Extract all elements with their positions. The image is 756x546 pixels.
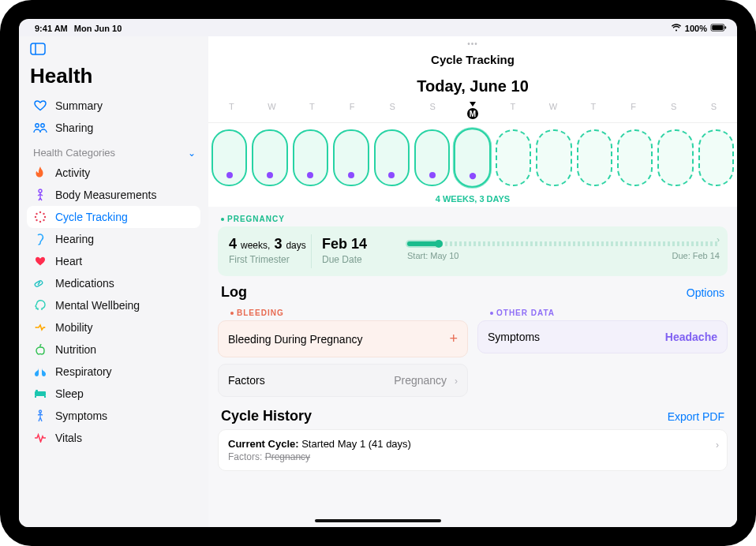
weekday-row: TWTFSSMTWTFSS	[208, 97, 737, 123]
svg-rect-21	[36, 390, 38, 392]
trimester-label: First Trimester	[229, 254, 308, 265]
cycle-day-pill[interactable]	[293, 129, 328, 186]
mental-wellbeing-icon	[33, 299, 47, 312]
svg-point-10	[44, 216, 46, 218]
sidebar-item-medications[interactable]: Medications	[27, 272, 200, 294]
chevron-down-icon: ⌄	[188, 148, 196, 159]
symptoms-value: Headache	[665, 331, 717, 343]
activity-icon	[33, 166, 47, 179]
weekday-label: S	[653, 102, 694, 122]
cycle-history-title: Cycle History	[221, 408, 312, 424]
medications-icon	[33, 278, 47, 289]
symptoms-row[interactable]: Symptoms Headache	[477, 320, 728, 353]
status-bar: 9:41 AM Mon Jun 10 100%	[19, 19, 737, 36]
nutrition-icon	[33, 344, 47, 355]
sidebar-categories-header[interactable]: Health Categories ⌄	[27, 139, 200, 162]
weekday-label: S	[694, 102, 734, 122]
sidebar-item-summary[interactable]: Summary	[27, 95, 200, 117]
sidebar-item-mental-wellbeing[interactable]: Mental Wellbeing	[27, 294, 200, 316]
cycle-day-pill[interactable]	[374, 129, 410, 186]
sidebar-item-label: Summary	[55, 99, 103, 112]
sidebar-item-hearing[interactable]: Hearing	[27, 228, 200, 250]
sidebar-item-vitals[interactable]: Vitals	[27, 427, 200, 449]
page-title: Cycle Tracking	[208, 48, 737, 66]
symptoms-label: Symptoms	[488, 331, 540, 343]
bleeding-row-label: Bleeding During Pregnancy	[228, 333, 362, 346]
body-measurements-icon	[33, 189, 47, 201]
weekday-label: F	[613, 102, 653, 122]
sidebar-item-nutrition[interactable]: Nutrition	[27, 338, 200, 361]
weekday-label: W	[252, 102, 292, 122]
cycle-day-pill[interactable]	[577, 129, 612, 186]
svg-point-12	[39, 221, 41, 223]
cycle-day-strip[interactable]	[208, 123, 737, 189]
home-indicator[interactable]	[315, 519, 441, 522]
current-cycle-card[interactable]: › Current Cycle: Started May 1 (41 days)…	[218, 429, 728, 471]
sidebar: Health Summary Sharing Health Categories…	[19, 36, 208, 527]
progress-due-label: Due: Feb 14	[672, 251, 720, 260]
weekday-label: F	[332, 102, 372, 122]
svg-rect-1	[712, 25, 723, 30]
window-grip-icon[interactable]: •••	[208, 36, 737, 48]
heart-outline-icon	[33, 100, 47, 111]
svg-point-22	[39, 410, 42, 413]
logged-dot-icon	[348, 172, 354, 178]
cycle-day-pill[interactable]	[617, 129, 653, 186]
weekday-label: T	[211, 102, 252, 122]
cycle-day-pill[interactable]	[211, 129, 247, 186]
sidebar-item-mobility[interactable]: Mobility	[27, 316, 200, 338]
sidebar-item-sleep[interactable]: Sleep	[27, 383, 200, 405]
svg-point-8	[39, 211, 41, 213]
due-date-value: Feb 14	[322, 236, 393, 252]
sidebar-item-label: Nutrition	[55, 343, 96, 356]
export-pdf-button[interactable]: Export PDF	[668, 410, 724, 423]
sidebar-item-label: Medications	[55, 277, 114, 290]
bleeding-row[interactable]: Bleeding During Pregnancy +	[218, 320, 468, 357]
sidebar-item-label: Body Measurements	[55, 189, 156, 201]
people-icon	[33, 122, 47, 133]
sidebar-item-body-measurements[interactable]: Body Measurements	[27, 184, 200, 206]
sidebar-item-activity[interactable]: Activity	[27, 162, 200, 184]
battery-percent: 100%	[685, 24, 707, 33]
gestation-value: 4 weeks, 3 days	[229, 236, 308, 252]
log-options-button[interactable]: Options	[687, 286, 724, 299]
sidebar-item-label: Sharing	[55, 122, 93, 134]
svg-point-13	[36, 219, 37, 221]
mobility-icon	[33, 322, 47, 333]
sidebar-item-heart[interactable]: Heart	[27, 250, 200, 272]
cycle-day-pill[interactable]	[454, 128, 492, 188]
weekday-label: S	[372, 102, 413, 122]
cycle-day-pill[interactable]	[698, 129, 734, 186]
factors-row[interactable]: Factors Pregnancy ›	[218, 364, 468, 397]
today-label: Today, June 10	[208, 66, 737, 97]
pregnancy-progress-bar	[407, 241, 720, 246]
sidebar-item-sharing[interactable]: Sharing	[27, 117, 200, 139]
logged-dot-icon	[388, 172, 395, 178]
svg-point-11	[43, 219, 44, 221]
svg-rect-19	[35, 396, 36, 398]
other-data-section-label: OTHER DATA	[477, 301, 728, 320]
pregnancy-card[interactable]: › 4 weeks, 3 days First Trimester Feb 14…	[218, 226, 728, 276]
sidebar-item-cycle-tracking[interactable]: Cycle Tracking	[27, 206, 200, 228]
logged-dot-icon	[226, 172, 233, 178]
sidebar-item-symptoms[interactable]: Symptoms	[27, 405, 200, 427]
cycle-day-pill[interactable]	[536, 129, 571, 186]
app-title: Health	[27, 62, 200, 95]
status-time: 9:41 AM	[35, 24, 68, 33]
cycle-day-pill[interactable]	[496, 129, 531, 186]
cycle-day-pill[interactable]	[333, 129, 369, 186]
cycle-day-pill[interactable]	[414, 129, 450, 186]
factors-label: Factors	[228, 374, 265, 387]
weekday-label: W	[533, 102, 573, 122]
sidebar-item-label: Hearing	[55, 233, 94, 245]
weekday-label: T	[292, 102, 332, 122]
current-cycle-factors: Factors: Pregnancy	[228, 450, 717, 462]
sidebar-toggle-icon[interactable]	[27, 41, 200, 62]
sidebar-item-label: Mobility	[55, 321, 92, 334]
due-date-label: Due Date	[322, 254, 393, 265]
sidebar-item-respiratory[interactable]: Respiratory	[27, 361, 200, 383]
cycle-day-pill[interactable]	[252, 129, 287, 186]
cycle-day-pill[interactable]	[657, 129, 693, 186]
sleep-icon	[33, 389, 47, 398]
vitals-icon	[33, 433, 47, 443]
